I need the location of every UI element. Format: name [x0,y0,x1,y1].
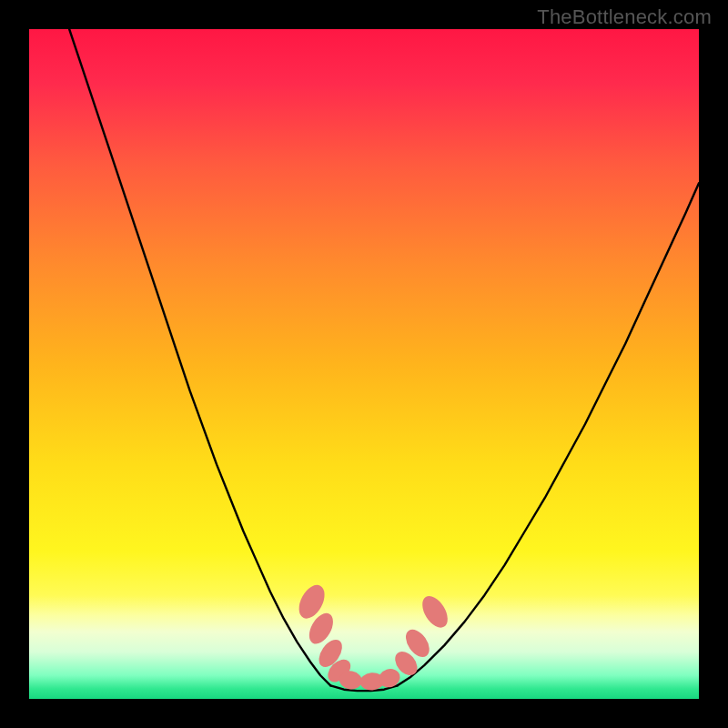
watermark-text: TheBottleneck.com [537,5,712,29]
chart-svg [29,29,699,699]
chart-frame: TheBottleneck.com [0,0,728,728]
chart-background [29,29,699,699]
